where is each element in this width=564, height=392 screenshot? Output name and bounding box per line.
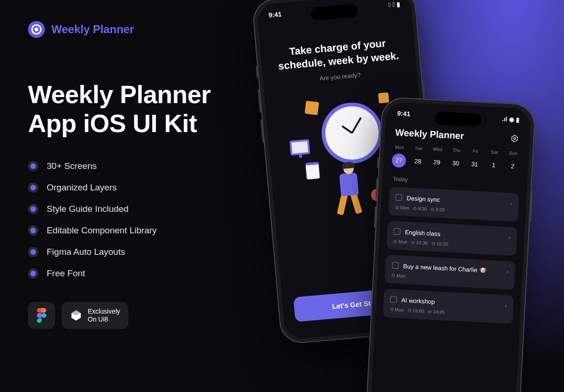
day-number[interactable]: 1 [486,158,501,173]
task-start-time: ⊙ 10:30 [411,240,428,246]
day-column[interactable]: Thu30 [446,147,465,171]
bullet-icon [28,225,38,236]
feature-item: Style Guide Included [28,204,271,214]
ui8-badge[interactable]: Exclusively On Ui8 [62,302,128,329]
bullet-icon [28,182,38,193]
chevron-right-icon: › [508,233,511,241]
bullet-icon [28,161,38,171]
day-number[interactable]: 31 [467,157,482,172]
wifi-icon: ◉ [509,116,515,123]
task-checkbox[interactable] [392,262,399,269]
day-number[interactable]: 2 [505,159,520,174]
task-title: Buy a new leash for Charlie 🐶 [403,262,502,274]
task-day: ⊙ Mon [389,307,404,313]
brand-logo: Weekly Planner [28,21,271,38]
day-number[interactable]: 29 [430,155,444,170]
monitor-icon [289,139,310,156]
figma-badge[interactable] [28,302,55,329]
day-number[interactable]: 28 [410,154,425,169]
day-label: Wed [429,146,447,152]
planner-title: Weekly Planner [395,127,464,141]
task-title: English class [405,228,504,240]
task-day: ⊙ Mon [393,239,408,245]
bullet-icon [28,268,38,279]
day-label: Thu [447,147,465,153]
task-list: Design sync › ⊙ Mon⊙ 9:30⊙ 9:20 English … [375,186,527,324]
task-checkbox[interactable] [390,296,397,303]
task-title: Design sync [407,194,506,206]
feature-item: 30+ Screens [28,161,271,171]
task-day: ⊙ Mon [395,205,409,211]
feature-item: Organized Layers [28,182,271,193]
day-label: Tue [409,145,428,151]
bullet-icon [28,247,38,257]
person-illustration [329,157,375,217]
task-end-time: ⊙ 14:45 [428,309,444,315]
day-column[interactable]: Wed29 [428,146,447,170]
svg-point-0 [42,313,46,318]
feature-item: Editable Component Library [28,225,271,236]
feature-list: 30+ Screens Organized Layers Style Guide… [28,161,271,279]
task-card[interactable]: Buy a new leash for Charlie 🐶 › ⊙ Mon [385,255,516,290]
feature-item: Free Font [28,268,271,279]
onboarding-title: Take charge of your schedule, week by we… [271,35,405,74]
status-icons: 􀙇 􀙈 ▮ [388,0,400,8]
day-number[interactable]: 30 [448,156,463,171]
task-checkbox[interactable] [394,228,401,235]
task-card[interactable]: English class › ⊙ Mon⊙ 10:30⊙ 10:20 [386,221,517,256]
task-day: ⊙ Mon [391,273,406,279]
figma-icon [36,308,47,323]
day-column[interactable]: Tue28 [409,145,428,169]
wifi-icon: 􀙈 [392,0,395,7]
task-start-time: ⊙ 15:00 [408,308,424,314]
settings-icon[interactable] [510,134,520,144]
chevron-right-icon: › [510,199,513,207]
task-end-time: ⊙ 9:20 [430,207,445,213]
clipboard-icon [305,162,320,180]
brand-name: Weekly Planner [51,23,134,36]
battery-icon: ▮ [516,116,520,123]
logo-target-icon [28,21,45,38]
feature-item: Figma Auto Layouts [28,247,271,257]
badges-row: Exclusively On Ui8 [28,302,271,329]
day-label: Mon [391,144,409,150]
task-checkbox[interactable] [395,194,402,201]
signal-icon: 􀙇 [388,1,391,8]
day-column[interactable]: Mon27 [390,144,409,168]
ui8-icon [70,309,82,322]
status-time: 9:41 [397,110,410,118]
status-icons: .ıl ◉ ▮ [502,115,520,123]
status-time: 9:41 [268,10,282,19]
task-title: AI workshop [401,296,500,308]
clock-icon [319,100,385,166]
day-column[interactable]: Fri31 [465,148,485,172]
day-label: Fri [466,148,485,154]
task-end-time: ⊙ 10:20 [431,241,448,247]
battery-icon: ▮ [396,0,400,8]
day-label: Sun [504,150,522,156]
bullet-icon [28,204,38,214]
task-card[interactable]: AI workshop › ⊙ Mon⊙ 15:00⊙ 14:45 [383,289,514,324]
day-column[interactable]: Sun2 [503,150,522,174]
chevron-right-icon: › [506,267,509,275]
day-label: Sat [486,149,504,155]
signal-icon: .ıl [502,115,508,123]
chevron-right-icon: › [504,301,507,309]
headline: Weekly Planner App iOS UI Kit [28,80,271,138]
day-number[interactable]: 27 [392,153,407,168]
phone-mockup-planner: 9:41 .ıl ◉ ▮ Weekly Planner Mon27Tue28We… [365,97,536,392]
svg-point-1 [514,137,515,139]
dynamic-island [435,112,482,127]
ui8-text: Exclusively On Ui8 [88,308,120,324]
marketing-panel: Weekly Planner Weekly Planner App iOS UI… [28,21,271,329]
task-start-time: ⊙ 9:30 [413,206,427,212]
day-column[interactable]: Sat1 [485,149,504,173]
